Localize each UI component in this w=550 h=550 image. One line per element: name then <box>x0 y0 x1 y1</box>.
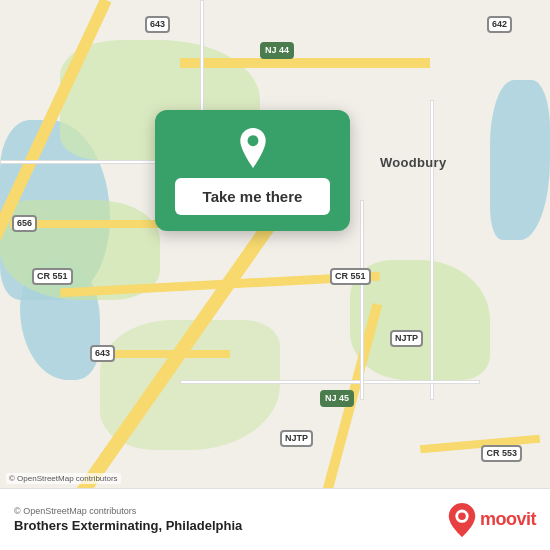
water-body-right <box>490 80 550 240</box>
map-attribution: © OpenStreetMap contributors <box>6 473 121 484</box>
popup-card: Take me there <box>155 110 350 231</box>
badge-nj45: NJ 45 <box>320 390 354 407</box>
bottom-left-info: © OpenStreetMap contributors Brothers Ex… <box>14 506 242 533</box>
map-container: 643 642 NJ 44 656 643 CR 551 CR 551 NJ 4… <box>0 0 550 550</box>
location-pin-icon <box>233 128 273 168</box>
location-name: Brothers Exterminating, Philadelphia <box>14 518 242 533</box>
badge-643-bot: 643 <box>90 345 115 362</box>
badge-cr551-right: CR 551 <box>330 268 371 285</box>
osm-credit: © OpenStreetMap contributors <box>14 506 242 516</box>
street-4 <box>180 380 480 384</box>
bottom-bar: © OpenStreetMap contributors Brothers Ex… <box>0 488 550 550</box>
svg-point-2 <box>458 512 466 520</box>
badge-njtp1: NJTP <box>390 330 423 347</box>
street-5 <box>360 200 364 400</box>
svg-point-0 <box>247 135 258 146</box>
street-3 <box>430 100 434 400</box>
badge-643-top: 643 <box>145 16 170 33</box>
moovit-logo: moovit <box>448 503 536 537</box>
take-me-there-button[interactable]: Take me there <box>175 178 330 215</box>
badge-656: 656 <box>12 215 37 232</box>
moovit-pin-icon <box>448 503 476 537</box>
badge-cr553: CR 553 <box>481 445 522 462</box>
moovit-label: moovit <box>480 509 536 530</box>
badge-nj44: NJ 44 <box>260 42 294 59</box>
road-nj44 <box>180 58 430 68</box>
badge-njtp2: NJTP <box>280 430 313 447</box>
city-label-woodbury: Woodbury <box>380 155 446 170</box>
badge-cr551-left: CR 551 <box>32 268 73 285</box>
badge-642: 642 <box>487 16 512 33</box>
